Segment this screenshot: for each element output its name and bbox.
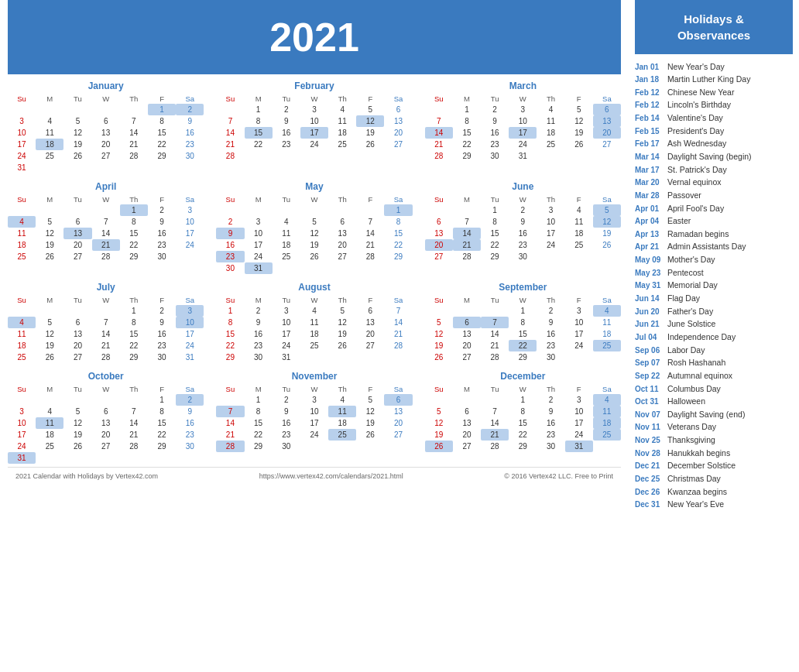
calendar-day: 11 xyxy=(300,317,328,328)
holiday-item: Jun 14Flag Day xyxy=(635,293,793,306)
calendar-day: 31 xyxy=(8,162,36,173)
calendar-day xyxy=(537,251,564,262)
holiday-name: Christmas Day xyxy=(667,474,721,485)
month-title: February xyxy=(216,81,412,91)
holiday-item: Jul 04Independence Day xyxy=(635,331,793,344)
calendar-day: 5 xyxy=(36,216,63,228)
calendar-day: 2 xyxy=(176,104,204,115)
calendar-day: 8 xyxy=(245,406,273,417)
holiday-item: Sep 06Labor Day xyxy=(635,344,793,357)
calendar-day: 25 xyxy=(593,429,621,441)
calendar-day: 10 xyxy=(537,216,564,228)
calendar-day: 8 xyxy=(216,317,244,328)
calendar-day: 31 xyxy=(509,150,537,162)
calendar-day: 21 xyxy=(481,429,509,441)
month-june: JuneSuMTuWThFSa1234567891011121314151617… xyxy=(425,181,621,274)
calendar-day xyxy=(384,262,412,274)
calendar-day: 13 xyxy=(453,417,481,429)
calendar-day: 3 xyxy=(8,406,36,417)
calendar-day: 28 xyxy=(92,351,120,363)
calendar-day: 1 xyxy=(245,394,273,406)
calendar-day: 4 xyxy=(300,305,328,317)
holiday-date: Feb 14 xyxy=(635,113,667,124)
calendar-day: 20 xyxy=(63,239,91,251)
calendar-day: 17 xyxy=(565,417,593,429)
calendar-day xyxy=(328,204,356,216)
calendar-day: 26 xyxy=(328,340,356,351)
holiday-name: April Fool's Day xyxy=(667,204,724,214)
calendar-day: 9 xyxy=(216,228,244,239)
calendar-day: 14 xyxy=(92,228,120,239)
calendar-day: 12 xyxy=(328,317,356,328)
holiday-item: Jan 01New Year's Day xyxy=(635,60,793,74)
calendar-day: 16 xyxy=(273,417,300,429)
calendar-day: 11 xyxy=(36,417,63,429)
calendar-day: 25 xyxy=(328,139,356,150)
holiday-date: Jun 20 xyxy=(635,307,667,317)
calendar-table: SuMTuWThFSa12345678910111213141516171819… xyxy=(216,194,412,274)
calendar-day: 18 xyxy=(328,417,356,429)
calendar-day: 13 xyxy=(92,127,120,139)
calendar-day: 28 xyxy=(92,251,120,262)
holiday-item: Oct 11Columbus Day xyxy=(635,382,793,396)
calendar-day: 27 xyxy=(384,139,412,150)
calendar-table: SuMTuWThFSa12345678910111213141516171819… xyxy=(8,94,204,173)
holiday-item: May 31Memorial Day xyxy=(635,279,793,293)
calendar-day xyxy=(300,262,328,274)
holiday-date: Jul 04 xyxy=(635,332,667,343)
calendar-table: SuMTuWThFSa12345678910111213141516171819… xyxy=(216,295,412,363)
calendar-day: 27 xyxy=(92,150,120,162)
calendar-day: 12 xyxy=(36,328,63,340)
calendar-day xyxy=(425,104,453,115)
holiday-item: Sep 22Autumnal equinox xyxy=(635,369,793,382)
holiday-item: Apr 01April Fool's Day xyxy=(635,202,793,215)
calendar-day: 11 xyxy=(565,216,593,228)
calendar-day: 17 xyxy=(300,127,328,139)
calendar-day xyxy=(384,150,412,162)
calendar-day: 26 xyxy=(425,351,453,363)
calendar-day: 21 xyxy=(384,328,412,340)
calendar-day: 12 xyxy=(593,216,621,228)
holiday-item: Dec 31New Year's Eve xyxy=(635,499,793,512)
calendar-day: 27 xyxy=(593,139,621,150)
calendar-day: 23 xyxy=(148,239,176,251)
calendar-day: 7 xyxy=(216,115,244,127)
holiday-item: Mar 14Daylight Saving (begin) xyxy=(635,150,793,163)
calendar-day: 30 xyxy=(273,441,300,452)
calendar-day: 30 xyxy=(176,150,204,162)
calendar-day: 28 xyxy=(356,251,384,262)
calendar-day: 2 xyxy=(216,216,244,228)
calendar-day: 12 xyxy=(356,406,384,417)
calendar-day: 6 xyxy=(92,115,120,127)
calendar-day xyxy=(63,204,91,216)
holiday-item: Oct 31Halloween xyxy=(635,396,793,409)
calendar-day: 22 xyxy=(148,139,176,150)
calendar-day: 22 xyxy=(384,239,412,251)
holiday-item: Feb 17Ash Wednesday xyxy=(635,138,793,151)
calendar-day xyxy=(565,351,593,363)
calendar-day: 19 xyxy=(425,429,453,441)
holiday-date: Apr 21 xyxy=(635,242,667,252)
months-grid: JanuarySuMTuWThFSa1234567891011121314151… xyxy=(8,81,621,464)
calendar-day: 10 xyxy=(176,216,204,228)
calendar-day: 16 xyxy=(509,228,537,239)
holiday-date: Mar 14 xyxy=(635,152,667,163)
holiday-date: Dec 26 xyxy=(635,487,667,498)
month-january: JanuarySuMTuWThFSa1234567891011121314151… xyxy=(8,81,204,173)
calendar-day: 2 xyxy=(148,305,176,317)
holiday-name: December Solstice xyxy=(667,461,736,471)
calendar-day: 10 xyxy=(565,406,593,417)
holiday-name: Daylight Saving (end) xyxy=(667,410,745,420)
calendar-day: 14 xyxy=(120,127,148,139)
holiday-name: Valentine's Day xyxy=(667,113,723,124)
calendar-day: 24 xyxy=(565,429,593,441)
calendar-day: 26 xyxy=(63,150,91,162)
month-title: August xyxy=(216,282,412,293)
calendar-day xyxy=(92,305,120,317)
calendar-day: 13 xyxy=(92,417,120,429)
holiday-date: Nov 25 xyxy=(635,435,667,446)
calendar-day: 5 xyxy=(63,406,91,417)
month-july: JulySuMTuWThFSa1234567891011121314151617… xyxy=(8,282,204,363)
calendar-day xyxy=(328,441,356,452)
calendar-day: 7 xyxy=(481,317,509,328)
